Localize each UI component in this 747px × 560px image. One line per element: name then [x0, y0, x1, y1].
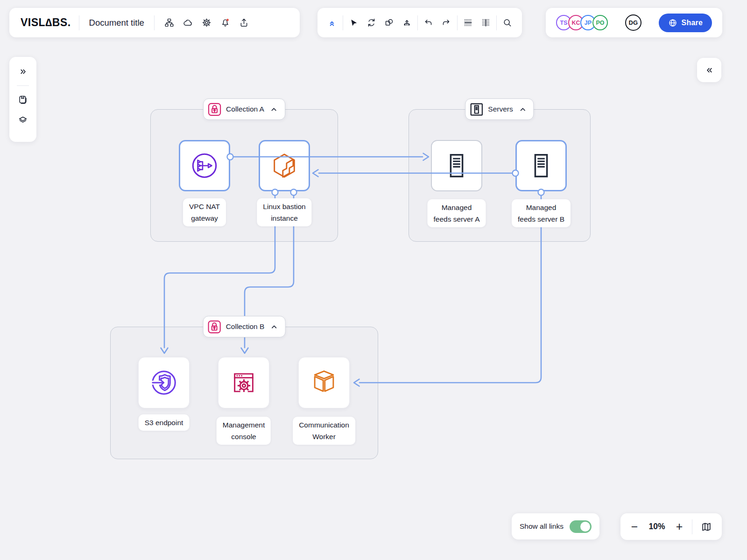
node-label-managed-feeds-server-a[interactable]: Managed feeds server A [427, 199, 486, 227]
sync-icon[interactable] [365, 16, 379, 30]
group-label: Collection B [226, 322, 265, 331]
divider [17, 85, 29, 86]
connection-point[interactable] [272, 189, 278, 196]
server-small-icon [469, 102, 483, 116]
toolbar-groups [325, 15, 514, 30]
diagram-canvas[interactable]: VPC NAT gatewayLinux bastion instanceMan… [0, 0, 747, 560]
collapse-right-panel-button[interactable] [697, 58, 721, 82]
lock-icon [207, 320, 221, 334]
group-pill-collection-b[interactable]: Collection B [203, 316, 286, 337]
node-s3-endpoint[interactable] [138, 357, 190, 408]
cloud-icon[interactable] [181, 16, 195, 30]
divider [417, 15, 418, 30]
shapes-icon[interactable] [382, 16, 396, 30]
expand-sidebar-button[interactable] [16, 64, 30, 78]
node-managed-feeds-server-a[interactable] [431, 140, 482, 191]
divider [154, 15, 155, 30]
left-sidebar-rail [9, 57, 36, 142]
bell-icon[interactable] [218, 16, 233, 30]
group-label: Collection A [226, 105, 264, 113]
show-all-links-toggle[interactable] [570, 520, 592, 533]
node-vpc-nat-gateway[interactable] [179, 140, 230, 191]
toolbar-panel [317, 8, 522, 37]
connection-point[interactable] [538, 189, 544, 196]
worker-cube-icon [310, 368, 338, 397]
group-pill-collection-a[interactable]: Collection A [203, 98, 285, 120]
grid-columns-icon[interactable] [479, 16, 493, 30]
group-pill-servers[interactable]: Servers [465, 98, 534, 120]
rail-items [16, 93, 30, 127]
collapse-up-icon[interactable] [325, 16, 339, 30]
collaboration-panel: TSKCJPPO DG Share [546, 8, 722, 37]
upload-icon[interactable] [237, 16, 251, 30]
node-management-console[interactable] [218, 357, 269, 408]
divider [457, 15, 458, 30]
divider [496, 15, 497, 30]
node-linux-bastion-instance[interactable] [259, 140, 310, 191]
move-icon[interactable] [400, 16, 414, 30]
collaborator-avatars: TSKCJPPO [556, 15, 608, 30]
show-all-links-label: Show all links [520, 522, 564, 531]
divider [79, 15, 79, 30]
document-title[interactable]: Document title [87, 18, 146, 28]
server-icon [442, 151, 471, 180]
node-communication-worker[interactable] [298, 357, 350, 408]
layers-icon[interactable] [16, 113, 30, 127]
group-label: Servers [488, 105, 513, 113]
edges-layer [0, 0, 747, 560]
header-icon-group [162, 16, 251, 30]
collapse-group-button[interactable] [270, 322, 278, 331]
minimap-icon[interactable] [699, 520, 713, 534]
connection-point[interactable] [291, 189, 297, 196]
node-label-vpc-nat-gateway[interactable]: VPC NAT gateway [183, 198, 226, 226]
zoom-out-button[interactable]: − [629, 521, 640, 532]
undo-icon[interactable] [422, 16, 436, 30]
show-all-links-panel: Show all links [512, 513, 599, 539]
grid-rows-icon[interactable] [461, 16, 475, 30]
app-header-panel: VISL∆BS. Document title [9, 8, 300, 37]
share-button-label: Share [682, 19, 703, 27]
s3-endpoint-icon [149, 368, 178, 397]
nat-gateway-icon [190, 151, 219, 180]
zoom-level: 10% [647, 522, 667, 532]
toggle-knob [580, 522, 590, 532]
redo-icon[interactable] [439, 16, 453, 30]
connection-point[interactable] [513, 170, 519, 176]
lock-icon [207, 102, 221, 116]
node-label-s3-endpoint[interactable]: S3 endpoint [139, 414, 190, 431]
cursor-icon[interactable] [347, 16, 361, 30]
console-gear-icon [229, 368, 258, 397]
divider [343, 15, 343, 30]
collaborator-avatar-po[interactable]: PO [592, 15, 608, 30]
share-button[interactable]: Share [659, 14, 712, 32]
collapse-group-button[interactable] [270, 105, 278, 113]
connection-point[interactable] [227, 154, 233, 160]
node-label-managed-feeds-server-b[interactable]: Managed feeds server B [512, 199, 571, 227]
node-managed-feeds-server-b[interactable] [515, 140, 567, 191]
server-icon [527, 151, 556, 180]
instance-cube-icon [270, 151, 299, 180]
zoom-controls-panel: − 10% + [620, 513, 722, 540]
app-logo: VISL∆BS. [21, 16, 71, 29]
current-user-avatar[interactable]: DG [625, 14, 641, 31]
sitemap-icon[interactable] [162, 16, 176, 30]
zoom-in-button[interactable]: + [674, 521, 685, 532]
gear-icon[interactable] [200, 16, 214, 30]
node-label-management-console[interactable]: Management console [217, 417, 271, 445]
search-icon[interactable] [500, 16, 514, 30]
node-label-communication-worker[interactable]: Communication Worker [293, 417, 355, 445]
collapse-group-button[interactable] [519, 105, 527, 113]
book-icon[interactable] [16, 93, 30, 107]
globe-icon [668, 18, 677, 28]
chevrons-left-icon [702, 63, 716, 77]
divider [692, 519, 692, 534]
node-label-linux-bastion-instance[interactable]: Linux bastion instance [257, 198, 311, 226]
